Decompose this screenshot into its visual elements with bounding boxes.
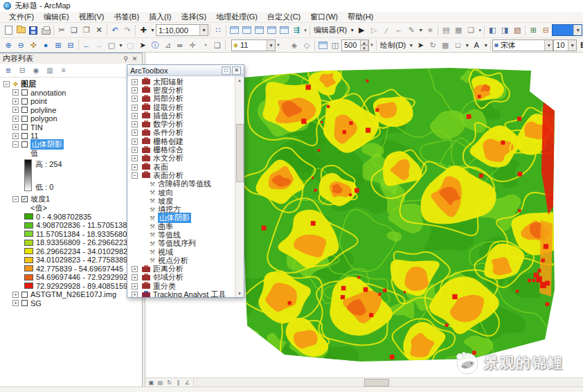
layer-label[interactable]: SG xyxy=(30,299,42,308)
swipe-layer-button[interactable]: ◫ xyxy=(329,39,341,51)
paste-button[interactable]: ❐ xyxy=(80,24,93,37)
expander-icon[interactable]: + xyxy=(132,292,138,297)
expander-icon[interactable]: + xyxy=(132,121,138,127)
feature-cache-button[interactable]: ⊟ xyxy=(539,24,552,37)
python-window-button[interactable] xyxy=(278,24,290,37)
scroll-down-icon[interactable]: ▼ xyxy=(237,289,242,297)
menu-file[interactable]: 文件(F) xyxy=(4,12,39,22)
construction-dropdown[interactable]: ▾ xyxy=(418,27,424,33)
topology-button[interactable]: ◈ xyxy=(288,39,301,51)
layer-label[interactable]: polyline xyxy=(30,106,56,114)
zoom-out-button[interactable]: ⊖ xyxy=(15,39,27,51)
list-by-source-button[interactable]: ⊟ xyxy=(17,65,28,76)
expander-icon[interactable]: − xyxy=(3,81,10,87)
create-features-button[interactable]: ◧ xyxy=(486,24,499,37)
expander-icon[interactable]: + xyxy=(132,164,138,170)
list-by-selection-button[interactable]: ▥ xyxy=(44,65,55,76)
expander-icon[interactable]: + xyxy=(132,105,138,111)
catalog-window-button[interactable] xyxy=(240,24,253,37)
text-dropdown[interactable]: ▾ xyxy=(483,42,489,48)
chevron-down-icon[interactable]: ▾ xyxy=(544,40,553,51)
full-extent-button[interactable]: ● xyxy=(39,39,52,51)
resolution-spinner[interactable]: 500▲▼ xyxy=(341,39,369,51)
horizontal-scrollbar[interactable] xyxy=(194,379,582,386)
expander-icon[interactable]: + xyxy=(12,300,19,306)
layer-checkbox[interactable] xyxy=(21,124,28,130)
font-combo[interactable]: ◙宋体▾ xyxy=(492,39,553,51)
search-window-button[interactable] xyxy=(253,24,265,37)
editor-toolbar-overflow[interactable]: ▾ xyxy=(477,28,483,33)
arctoolbox-close-icon[interactable]: ✕ xyxy=(232,66,241,75)
menu-geoprocessing[interactable]: 地理处理(G) xyxy=(211,12,262,22)
list-by-visibility-button[interactable]: ◉ xyxy=(30,65,42,76)
toc-close-icon[interactable]: ✕ xyxy=(130,55,139,62)
standard-toolbar-overflow[interactable]: ▾ xyxy=(303,28,308,33)
shape-dropdown[interactable]: ▾ xyxy=(464,42,470,48)
expander-icon[interactable]: + xyxy=(132,274,138,280)
expander-icon[interactable]: + xyxy=(12,116,19,122)
dataframe-label[interactable]: 图层 xyxy=(21,79,36,89)
open-document-button[interactable] xyxy=(15,24,27,37)
split-tool-button[interactable]: ❏ xyxy=(465,24,477,37)
expander-icon[interactable]: + xyxy=(132,266,138,272)
chevron-down-icon[interactable]: ▾ xyxy=(573,25,582,35)
toc-pin-icon[interactable]: ⚲ xyxy=(121,55,130,62)
layer-label[interactable]: polygon xyxy=(30,114,57,123)
scale-combo[interactable]: 1:10,000▾ xyxy=(156,24,208,36)
pan-button[interactable]: ✜ xyxy=(27,39,39,51)
layer-checkbox[interactable] xyxy=(21,133,28,139)
attributes-button[interactable]: ◨ xyxy=(499,24,511,37)
layer-checkbox[interactable] xyxy=(21,141,28,148)
expander-icon[interactable]: + xyxy=(132,147,138,153)
arctoolbox-restore-icon[interactable]: □ xyxy=(222,66,231,75)
draw-select-button[interactable]: ➤ xyxy=(414,39,427,51)
text-tool-button[interactable]: A xyxy=(470,39,483,51)
draw-menu[interactable]: 绘制(D) xyxy=(378,40,408,51)
expander-icon[interactable]: + xyxy=(12,292,19,298)
layer-label[interactable]: annotation xyxy=(30,89,66,97)
layer-label[interactable]: ASTGTM_N26E107J.img xyxy=(30,290,116,299)
scroll-up-icon[interactable]: ▲ xyxy=(237,76,242,84)
target-layer-combo[interactable]: ▾ xyxy=(552,24,582,36)
save-button[interactable] xyxy=(27,24,39,37)
cut-polygons-button[interactable]: ▤ xyxy=(440,24,452,37)
expander-icon[interactable]: − xyxy=(12,196,19,202)
model-builder-button[interactable]: ⇶ xyxy=(290,24,303,37)
map-topology-button[interactable]: ◇ xyxy=(301,39,313,51)
layer-checkbox[interactable] xyxy=(21,292,28,298)
shape-tool-button[interactable]: □ xyxy=(451,39,464,51)
editor-menu-dropdown[interactable]: ▾ xyxy=(349,27,355,33)
expander-icon[interactable]: + xyxy=(12,133,19,139)
list-by-drawing-order-button[interactable]: ≣ xyxy=(3,65,14,76)
print-button[interactable] xyxy=(39,24,52,37)
select-elements-button[interactable]: ➤ xyxy=(136,39,149,51)
layer-combo-overflow[interactable]: ▾ xyxy=(276,42,281,48)
new-document-button[interactable] xyxy=(2,24,15,37)
sketch-properties-button[interactable]: ▧ xyxy=(511,24,523,37)
toc-options-button[interactable]: ≡ xyxy=(58,65,69,76)
resolution-spinner-arrows[interactable]: ▲▼ xyxy=(360,39,368,51)
trace-tool-button[interactable]: ✎ xyxy=(405,24,418,37)
editor-menu[interactable]: 编辑器(R) xyxy=(312,25,349,35)
rotate-element-button[interactable]: ↻ xyxy=(427,39,439,51)
redo-button[interactable]: ↷ xyxy=(121,24,134,37)
undo-button[interactable]: ↶ xyxy=(109,24,121,37)
chevron-down-icon[interactable]: ▾ xyxy=(267,40,275,51)
menu-edit[interactable]: 编辑(E) xyxy=(39,12,74,22)
spin-down-icon[interactable]: ▼ xyxy=(360,45,368,51)
expander-icon[interactable]: + xyxy=(12,98,19,105)
layer-label[interactable]: TIN xyxy=(30,123,43,132)
expander-icon[interactable]: + xyxy=(12,124,19,130)
current-layer-combo[interactable]: ◆11▾ xyxy=(231,39,276,51)
expander-icon[interactable]: + xyxy=(132,96,138,102)
identify-button[interactable]: ⓘ xyxy=(149,39,161,51)
horizontal-scrollbar-thumb[interactable] xyxy=(364,379,389,386)
time-slider-button[interactable]: ◔ xyxy=(199,39,211,51)
edit-annotation-tool-button[interactable]: ▷ xyxy=(368,24,380,37)
layer-label[interactable]: point xyxy=(30,97,47,105)
endpoint-arc-button[interactable]: ⌐ xyxy=(393,24,405,37)
clear-selection-button[interactable]: ▢ xyxy=(124,39,136,51)
arctoolbox-title-bar[interactable]: ArcToolbox □ ✕ xyxy=(127,65,244,76)
editor-tracking-button[interactable]: ∷ xyxy=(212,24,224,37)
snap-indicator-button[interactable]: ∠ xyxy=(183,379,191,386)
